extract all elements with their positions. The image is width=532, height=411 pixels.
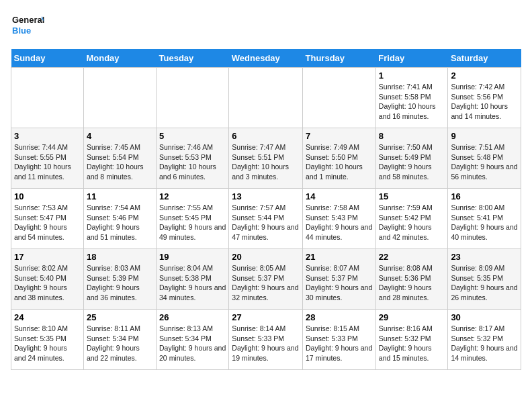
day-detail: Sunrise: 7:41 AMSunset: 5:58 PMDaylight:… [379,82,445,122]
logo-svg: General Blue [11,11,44,41]
calendar-week-row: 10Sunrise: 7:53 AMSunset: 5:47 PMDayligh… [11,189,521,249]
day-number: 4 [87,131,153,141]
day-detail: Sunrise: 8:05 AMSunset: 5:37 PMDaylight:… [232,263,300,303]
day-number: 29 [379,312,445,322]
calendar-day-cell: 30Sunrise: 8:17 AMSunset: 5:32 PMDayligh… [448,310,521,370]
calendar-day-cell: 21Sunrise: 8:07 AMSunset: 5:37 PMDayligh… [303,249,376,310]
calendar-day-cell: 1Sunrise: 7:41 AMSunset: 5:58 PMDaylight… [375,68,448,128]
day-detail: Sunrise: 8:00 AMSunset: 5:41 PMDaylight:… [451,203,518,242]
day-number: 9 [451,131,518,141]
calendar-day-cell [229,68,303,128]
calendar-table: SundayMondayTuesdayWednesdayThursdayFrid… [11,49,521,370]
calendar-day-cell: 11Sunrise: 7:54 AMSunset: 5:46 PMDayligh… [83,189,156,249]
day-number: 28 [306,312,373,322]
day-detail: Sunrise: 8:10 AMSunset: 5:35 PMDaylight:… [14,324,81,363]
weekday-header-cell: Monday [83,49,156,68]
calendar-day-cell: 19Sunrise: 8:04 AMSunset: 5:38 PMDayligh… [157,249,229,310]
calendar-day-cell: 3Sunrise: 7:44 AMSunset: 5:55 PMDaylight… [11,128,84,189]
day-number: 13 [232,191,300,201]
day-detail: Sunrise: 7:46 AMSunset: 5:53 PMDaylight:… [159,142,226,182]
day-detail: Sunrise: 8:04 AMSunset: 5:38 PMDaylight:… [159,263,226,303]
day-detail: Sunrise: 7:55 AMSunset: 5:45 PMDaylight:… [159,203,226,242]
calendar-day-cell: 5Sunrise: 7:46 AMSunset: 5:53 PMDaylight… [157,128,229,189]
day-number: 16 [451,191,518,201]
calendar-week-row: 3Sunrise: 7:44 AMSunset: 5:55 PMDaylight… [11,128,521,189]
calendar-body: 1Sunrise: 7:41 AMSunset: 5:58 PMDaylight… [11,68,521,370]
day-detail: Sunrise: 8:09 AMSunset: 5:35 PMDaylight:… [451,263,518,303]
day-number: 8 [379,131,445,141]
weekday-header-cell: Sunday [11,49,84,68]
day-number: 19 [159,252,226,262]
calendar-day-cell: 20Sunrise: 8:05 AMSunset: 5:37 PMDayligh… [229,249,303,310]
calendar-day-cell: 23Sunrise: 8:09 AMSunset: 5:35 PMDayligh… [448,249,521,310]
day-detail: Sunrise: 7:53 AMSunset: 5:47 PMDaylight:… [14,203,81,242]
logo: General Blue [11,11,44,41]
calendar-day-cell: 18Sunrise: 8:03 AMSunset: 5:39 PMDayligh… [83,249,156,310]
calendar-day-cell: 4Sunrise: 7:45 AMSunset: 5:54 PMDaylight… [83,128,156,189]
day-detail: Sunrise: 7:44 AMSunset: 5:55 PMDaylight:… [14,142,81,182]
day-detail: Sunrise: 8:16 AMSunset: 5:32 PMDaylight:… [379,324,445,363]
day-detail: Sunrise: 8:15 AMSunset: 5:33 PMDaylight:… [306,324,373,363]
day-number: 26 [159,312,226,322]
day-detail: Sunrise: 7:47 AMSunset: 5:51 PMDaylight:… [232,142,300,182]
calendar-week-row: 24Sunrise: 8:10 AMSunset: 5:35 PMDayligh… [11,310,521,370]
calendar-day-cell: 25Sunrise: 8:11 AMSunset: 5:34 PMDayligh… [83,310,156,370]
calendar-day-cell: 17Sunrise: 8:02 AMSunset: 5:40 PMDayligh… [11,249,84,310]
day-number: 21 [306,252,373,262]
calendar-day-cell: 2Sunrise: 7:42 AMSunset: 5:56 PMDaylight… [448,68,521,128]
calendar-day-cell [83,68,156,128]
svg-text:Blue: Blue [12,26,31,36]
calendar-day-cell: 9Sunrise: 7:51 AMSunset: 5:48 PMDaylight… [448,128,521,189]
calendar-day-cell: 27Sunrise: 8:14 AMSunset: 5:33 PMDayligh… [229,310,303,370]
day-number: 6 [232,131,300,141]
day-number: 12 [159,191,226,201]
calendar-day-cell [303,68,376,128]
calendar-day-cell: 6Sunrise: 7:47 AMSunset: 5:51 PMDaylight… [229,128,303,189]
calendar-week-row: 1Sunrise: 7:41 AMSunset: 5:58 PMDaylight… [11,68,521,128]
day-detail: Sunrise: 8:07 AMSunset: 5:37 PMDaylight:… [306,263,373,303]
day-detail: Sunrise: 8:02 AMSunset: 5:40 PMDaylight:… [14,263,81,303]
calendar-day-cell: 15Sunrise: 7:59 AMSunset: 5:42 PMDayligh… [375,189,448,249]
calendar-week-row: 17Sunrise: 8:02 AMSunset: 5:40 PMDayligh… [11,249,521,310]
calendar-day-cell: 7Sunrise: 7:49 AMSunset: 5:50 PMDaylight… [303,128,376,189]
day-detail: Sunrise: 8:11 AMSunset: 5:34 PMDaylight:… [87,324,153,363]
day-number: 30 [451,312,518,322]
day-number: 27 [232,312,300,322]
day-number: 3 [14,131,81,141]
header: General Blue [11,11,521,41]
weekday-header-cell: Friday [375,49,448,68]
day-number: 5 [159,131,226,141]
day-detail: Sunrise: 8:08 AMSunset: 5:36 PMDaylight:… [379,263,445,303]
calendar-day-cell: 26Sunrise: 8:13 AMSunset: 5:34 PMDayligh… [157,310,229,370]
calendar-day-cell: 12Sunrise: 7:55 AMSunset: 5:45 PMDayligh… [157,189,229,249]
day-number: 25 [87,312,153,322]
weekday-header-cell: Thursday [303,49,376,68]
weekday-header-row: SundayMondayTuesdayWednesdayThursdayFrid… [11,49,521,68]
day-detail: Sunrise: 7:58 AMSunset: 5:43 PMDaylight:… [306,203,373,242]
day-detail: Sunrise: 8:17 AMSunset: 5:32 PMDaylight:… [451,324,518,363]
day-number: 10 [14,191,81,201]
calendar-day-cell [157,68,229,128]
day-number: 7 [306,131,373,141]
day-number: 17 [14,252,81,262]
day-detail: Sunrise: 7:49 AMSunset: 5:50 PMDaylight:… [306,142,373,182]
calendar-day-cell: 14Sunrise: 7:58 AMSunset: 5:43 PMDayligh… [303,189,376,249]
day-detail: Sunrise: 7:54 AMSunset: 5:46 PMDaylight:… [87,203,153,242]
day-number: 18 [87,252,153,262]
day-detail: Sunrise: 7:45 AMSunset: 5:54 PMDaylight:… [87,142,153,182]
calendar-day-cell: 13Sunrise: 7:57 AMSunset: 5:44 PMDayligh… [229,189,303,249]
day-number: 24 [14,312,81,322]
day-number: 20 [232,252,300,262]
day-detail: Sunrise: 7:59 AMSunset: 5:42 PMDaylight:… [379,203,445,242]
day-number: 1 [379,71,445,81]
day-number: 23 [451,252,518,262]
day-detail: Sunrise: 8:14 AMSunset: 5:33 PMDaylight:… [232,324,300,363]
day-number: 22 [379,252,445,262]
day-detail: Sunrise: 7:51 AMSunset: 5:48 PMDaylight:… [451,142,518,182]
calendar-day-cell: 16Sunrise: 8:00 AMSunset: 5:41 PMDayligh… [448,189,521,249]
calendar-day-cell: 8Sunrise: 7:50 AMSunset: 5:49 PMDaylight… [375,128,448,189]
weekday-header-cell: Wednesday [229,49,303,68]
day-detail: Sunrise: 7:50 AMSunset: 5:49 PMDaylight:… [379,142,445,182]
day-detail: Sunrise: 7:57 AMSunset: 5:44 PMDaylight:… [232,203,300,242]
day-detail: Sunrise: 7:42 AMSunset: 5:56 PMDaylight:… [451,82,518,122]
